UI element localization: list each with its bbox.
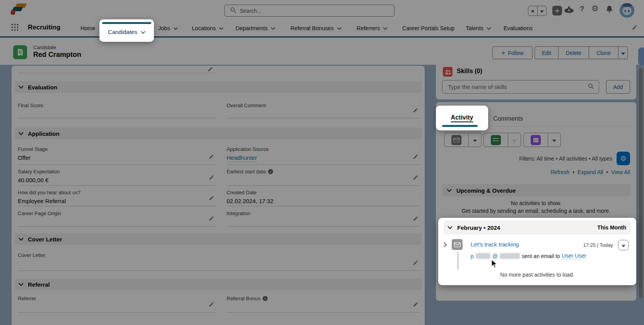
upcoming-overdue-section[interactable]: Upcoming & Overdue — [442, 184, 630, 197]
activity-filters-summary: Filters: All time • All activities • All… — [519, 156, 612, 162]
skills-search-box[interactable] — [442, 80, 599, 94]
month-group-header[interactable]: February • 2024 This Month — [444, 221, 631, 234]
field-integration: Integration — [227, 210, 420, 227]
nav-tab-departments[interactable]: Departments — [236, 24, 275, 32]
no-activities-text: No activities to show. — [436, 200, 636, 206]
tab-comments[interactable]: Comments — [493, 115, 523, 122]
candidate-object-icon — [13, 45, 27, 59]
redacted-text — [476, 253, 490, 259]
mouse-cursor — [491, 259, 498, 270]
app-navigation-bar: Recruiting Home Jobs Locations Departmen… — [0, 18, 644, 38]
email-action-dropdown[interactable] — [469, 133, 481, 147]
info-icon[interactable] — [268, 169, 273, 174]
skills-search-input[interactable] — [448, 84, 588, 90]
nav-tab-referral-bonuses[interactable]: Referral Bonuses — [290, 24, 342, 32]
section-application[interactable]: Application — [15, 128, 422, 139]
edit-pencil-icon[interactable] — [208, 154, 214, 161]
task-action-dropdown[interactable] — [508, 133, 521, 147]
event-composer-button — [523, 133, 561, 147]
edit-pencil-icon[interactable] — [208, 195, 214, 202]
email-activity-title-link[interactable]: Let's track tracking — [471, 241, 519, 248]
setup-gear-icon[interactable] — [591, 4, 599, 13]
application-source-link[interactable]: Headhunter — [227, 154, 257, 162]
field-hear-about-us: How did you hear about us? Employee Refe… — [18, 190, 215, 206]
nav-tab-jobs[interactable]: Jobs — [158, 24, 178, 32]
help-icon[interactable] — [580, 5, 584, 13]
nav-tab-evaluations[interactable]: Evaluations — [504, 24, 533, 32]
notifications-bell-icon[interactable] — [605, 5, 613, 15]
record-detail-card: Evaluation Final Score Overall Comment A… — [12, 66, 425, 325]
edit-pencil-icon[interactable] — [413, 302, 418, 309]
view-all-link[interactable]: View All — [611, 169, 630, 175]
tab-activity-spotlight: Activity — [436, 106, 488, 130]
record-header: Candidate Red Crampton + Follow Edit Del… — [0, 38, 644, 65]
page-scrollbar-thumb[interactable] — [639, 68, 642, 298]
delete-button[interactable]: Delete — [559, 47, 589, 59]
tab-activity[interactable]: Activity — [436, 114, 488, 121]
event-action-button[interactable] — [524, 133, 548, 147]
email-composer-button — [444, 133, 482, 147]
skills-object-icon — [443, 67, 453, 77]
recipient-link[interactable]: User User — [562, 253, 586, 259]
side-panel-tab[interactable] — [638, 48, 644, 65]
clone-button[interactable]: Clone — [589, 47, 618, 59]
favorites-control[interactable] — [528, 6, 547, 16]
skills-card-title: Skills (0) — [457, 68, 482, 75]
nav-tab-referrers[interactable]: Referrers — [357, 24, 388, 32]
user-avatar[interactable] — [620, 3, 634, 18]
field-referrer: Referrer — [18, 296, 215, 313]
edit-button[interactable]: Edit — [535, 47, 559, 59]
edit-pencil-icon[interactable] — [413, 260, 418, 267]
edit-pencil-icon[interactable] — [413, 175, 418, 182]
nav-tab-career-portals-setup[interactable]: Career Portals Setup — [402, 24, 454, 32]
global-search-input[interactable] — [240, 8, 394, 14]
section-referral[interactable]: Referral — [15, 279, 422, 290]
global-search[interactable] — [224, 5, 395, 17]
salesforce-recruiting-screen: Recruiting Home Jobs Locations Departmen… — [0, 0, 644, 325]
task-action-button[interactable] — [484, 133, 508, 147]
nav-tab-candidates[interactable]: Candidates — [99, 29, 154, 35]
edit-pencil-icon[interactable] — [413, 216, 418, 223]
expand-all-link[interactable]: Expand All — [577, 169, 603, 175]
quick-create-button[interactable] — [552, 6, 562, 15]
add-skill-button[interactable]: Add — [606, 80, 630, 94]
edit-pencil-icon[interactable] — [208, 175, 214, 182]
nav-tab-locations[interactable]: Locations — [192, 24, 224, 32]
app-launcher-waffle-icon[interactable] — [11, 23, 19, 33]
task-composer-button — [483, 133, 521, 147]
follow-button[interactable]: + Follow — [492, 46, 533, 59]
chevron-down-icon — [19, 84, 24, 91]
no-more-activities-text: No more past activities to load. — [438, 272, 636, 278]
edit-pencil-icon[interactable] — [208, 302, 214, 309]
edit-pencil-icon[interactable] — [413, 108, 418, 115]
expand-activity-chevron-icon[interactable] — [444, 242, 447, 249]
edit-pencil-icon[interactable] — [208, 216, 214, 223]
nav-tab-home[interactable]: Home — [80, 24, 96, 32]
edit-pencil-icon[interactable] — [413, 154, 418, 161]
chevron-down-icon — [19, 130, 24, 137]
field-overall-comment: Overall Comment — [227, 103, 420, 118]
search-icon — [230, 7, 236, 15]
record-title: Red Crampton — [33, 51, 81, 59]
field-funnel-stage: Funnel Stage Offer — [18, 146, 215, 165]
trailhead-icon[interactable] — [564, 5, 574, 15]
email-action-button[interactable] — [444, 133, 469, 147]
refresh-link[interactable]: Refresh — [550, 169, 569, 175]
nav-tab-talents[interactable]: Talents — [466, 24, 491, 32]
chevron-down-icon — [447, 187, 452, 194]
activity-filter-gear-button[interactable] — [617, 152, 630, 165]
favorite-star-icon[interactable] — [528, 6, 538, 15]
info-icon[interactable] — [263, 296, 268, 301]
activity-month-group-card: February • 2024 This Month Let's track t… — [438, 218, 636, 285]
favorites-dropdown[interactable] — [538, 6, 547, 15]
field-salary-expectation: Salary Expectation 40.000,00 € — [18, 169, 215, 186]
event-action-dropdown[interactable] — [548, 133, 560, 147]
task-icon — [491, 135, 501, 145]
more-actions-dropdown[interactable] — [618, 47, 627, 59]
section-cover-letter[interactable]: Cover Letter — [15, 233, 422, 245]
email-activity-dropdown[interactable] — [618, 240, 629, 250]
field-created-date: Created Date 02.02.2024, 17:32 — [227, 190, 420, 206]
redacted-text — [500, 253, 520, 259]
edit-navigation-pencil-icon[interactable] — [632, 25, 637, 32]
section-evaluation[interactable]: Evaluation — [15, 81, 422, 93]
